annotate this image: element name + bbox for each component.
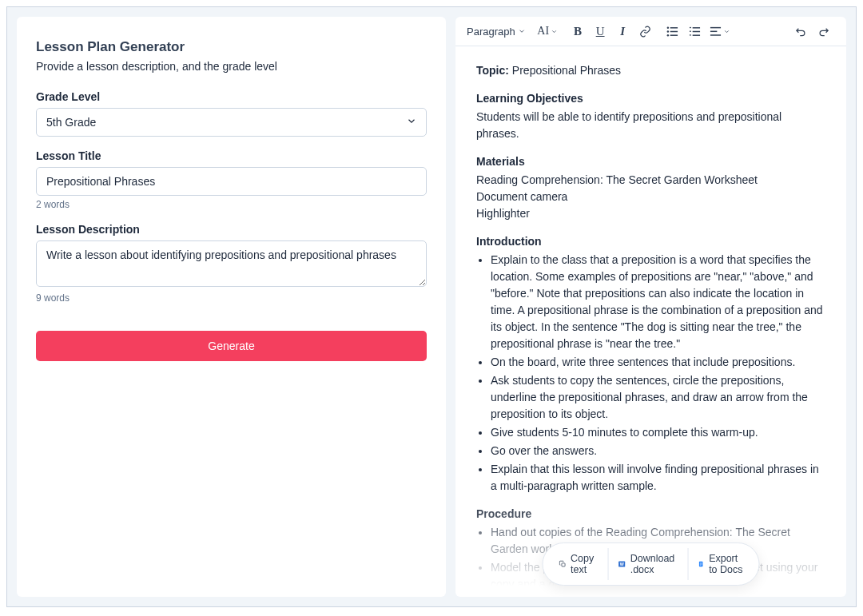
download-docx-button[interactable]: W Download .docx	[608, 548, 689, 580]
svg-rect-7	[692, 27, 699, 29]
copy-text-button[interactable]: Copy text	[549, 548, 608, 580]
lesson-title-input[interactable]	[36, 167, 427, 196]
link-button[interactable]	[634, 21, 655, 42]
bold-button[interactable]: B	[567, 21, 588, 42]
bulleted-list-button[interactable]	[662, 21, 682, 42]
undo-button[interactable]	[790, 21, 811, 42]
materials-line: Document camera	[476, 189, 825, 205]
materials-line: Highlighter	[476, 205, 825, 222]
svg-rect-21	[700, 565, 702, 566]
svg-rect-19	[700, 563, 702, 564]
list-item: Read up to the first semicolon.	[491, 594, 825, 597]
objectives-heading: Learning Objectives	[476, 90, 825, 107]
lesson-title-label: Lesson Title	[36, 149, 427, 162]
page-title: Lesson Plan Generator	[36, 39, 427, 55]
editor-content[interactable]: Topic: Prepositional Phrases Learning Ob…	[455, 46, 846, 597]
lesson-description-input[interactable]: Write a lesson about identifying preposi…	[36, 240, 427, 287]
svg-rect-6	[690, 26, 691, 27]
generate-button[interactable]: Generate	[36, 331, 427, 361]
topic-label: Topic:	[476, 64, 509, 77]
materials-heading: Materials	[476, 153, 825, 170]
editor-toolbar: Paragraph AI B U I	[455, 17, 846, 46]
svg-rect-11	[692, 34, 699, 36]
form-panel: Lesson Plan Generator Provide a lesson d…	[17, 17, 446, 597]
materials-line: Reading Comprehension: The Secret Garden…	[476, 172, 825, 189]
font-size-dropdown[interactable]: AI	[534, 21, 561, 42]
page-subtitle: Provide a lesson description, and the gr…	[36, 60, 427, 73]
list-item: Go over the answers.	[491, 443, 825, 459]
editor-panel: Paragraph AI B U I Topic: Preposi	[455, 17, 846, 597]
list-item: On the board, write three sentences that…	[491, 354, 825, 371]
export-docs-button[interactable]: Export to Docs	[689, 548, 753, 580]
introduction-list: Explain to the class that a preposition …	[476, 252, 825, 495]
svg-rect-12	[710, 26, 721, 28]
list-item: Explain to the class that a preposition …	[491, 252, 825, 352]
svg-rect-13	[710, 30, 717, 32]
svg-rect-10	[690, 34, 691, 35]
svg-rect-1	[670, 27, 677, 29]
paragraph-style-dropdown[interactable]: Paragraph	[463, 21, 527, 42]
svg-rect-5	[670, 34, 677, 36]
lesson-title-word-count: 2 words	[36, 199, 427, 210]
svg-point-0	[666, 26, 668, 28]
svg-rect-8	[690, 30, 691, 31]
lesson-description-label: Lesson Description	[36, 223, 427, 236]
svg-rect-3	[670, 30, 677, 32]
topic-value: Prepositional Phrases	[512, 64, 621, 77]
align-dropdown[interactable]	[706, 21, 734, 42]
svg-rect-14	[710, 34, 721, 36]
svg-rect-9	[692, 30, 699, 32]
list-item: Explain that this lesson will involve fi…	[491, 461, 825, 495]
list-item: Give students 5-10 minutes to complete t…	[491, 424, 825, 441]
redo-button[interactable]	[813, 21, 833, 42]
grade-level-label: Grade Level	[36, 90, 427, 103]
svg-point-4	[666, 34, 668, 35]
italic-button[interactable]: I	[612, 21, 633, 42]
export-actions-bar: Copy text W Download .docx Export to Doc…	[542, 542, 760, 586]
numbered-list-button[interactable]	[684, 21, 705, 42]
lesson-description-word-count: 9 words	[36, 292, 427, 304]
introduction-heading: Introduction	[476, 233, 825, 250]
svg-point-2	[666, 30, 668, 32]
underline-button[interactable]: U	[590, 21, 610, 42]
svg-rect-20	[700, 564, 702, 565]
procedure-heading: Procedure	[476, 506, 825, 523]
objectives-body: Students will be able to identify prepos…	[476, 109, 825, 142]
list-item: Ask students to copy the sentences, circ…	[491, 372, 825, 423]
svg-rect-15	[561, 563, 564, 566]
grade-level-select[interactable]: 5th Grade	[36, 108, 427, 137]
